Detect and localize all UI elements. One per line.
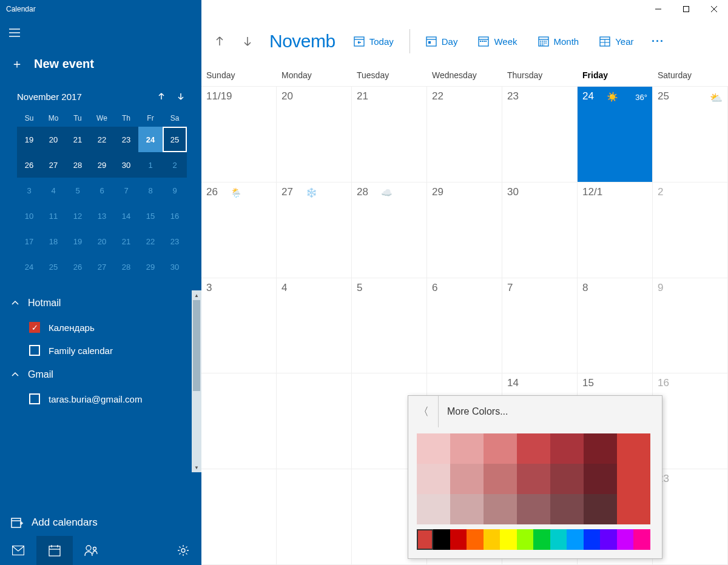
color-swatch[interactable] bbox=[517, 494, 550, 524]
people-nav-button[interactable] bbox=[73, 536, 109, 565]
hue-swatch[interactable] bbox=[433, 529, 450, 550]
calendar-day-cell[interactable]: 8 bbox=[578, 278, 653, 374]
hue-swatch[interactable] bbox=[484, 529, 500, 550]
mini-calendar-day[interactable]: 19 bbox=[17, 127, 41, 152]
calendar-day-cell[interactable]: 29 bbox=[427, 182, 502, 278]
mini-calendar-day[interactable]: 21 bbox=[114, 229, 138, 254]
color-picker-back-button[interactable]: 〈 bbox=[408, 396, 439, 427]
color-swatch[interactable] bbox=[550, 464, 584, 494]
calendar-day-cell[interactable]: 30 bbox=[502, 182, 578, 278]
color-swatch[interactable] bbox=[484, 494, 517, 524]
calendar-checkbox[interactable]: ✓ bbox=[29, 322, 40, 333]
mini-calendar-day[interactable]: 26 bbox=[66, 254, 90, 279]
mini-calendar-day[interactable]: 29 bbox=[90, 152, 114, 178]
settings-button[interactable] bbox=[165, 536, 201, 565]
color-swatch[interactable] bbox=[450, 464, 484, 494]
calendar-checkbox[interactable] bbox=[29, 393, 40, 404]
scroll-thumb[interactable] bbox=[193, 300, 200, 391]
account-group-header[interactable]: Hotmail bbox=[11, 290, 201, 316]
calendar-day-cell[interactable] bbox=[277, 373, 352, 469]
calendar-day-cell[interactable]: 23 bbox=[653, 469, 728, 565]
mini-calendar-prev-button[interactable] bbox=[152, 87, 171, 106]
mini-calendar-day[interactable]: 24 bbox=[138, 127, 163, 152]
mini-calendar-day[interactable]: 27 bbox=[90, 254, 114, 279]
prev-period-button[interactable] bbox=[207, 29, 232, 53]
calendar-day-cell[interactable] bbox=[277, 469, 352, 565]
account-group-header[interactable]: Gmail bbox=[11, 362, 201, 387]
window-minimize-button[interactable] bbox=[644, 0, 672, 18]
hue-swatch[interactable] bbox=[617, 529, 634, 550]
mini-calendar-day[interactable]: 15 bbox=[138, 203, 163, 229]
hue-swatch[interactable] bbox=[633, 529, 650, 550]
color-swatch[interactable] bbox=[517, 464, 550, 494]
calendar-day-cell[interactable]: 20 bbox=[277, 87, 352, 182]
color-swatch[interactable] bbox=[484, 433, 517, 464]
mini-calendar-day[interactable]: 22 bbox=[138, 229, 163, 254]
mini-calendar-day[interactable]: 6 bbox=[90, 178, 114, 203]
calendar-day-cell[interactable] bbox=[201, 469, 277, 565]
hue-swatch[interactable] bbox=[533, 529, 550, 550]
mini-calendar-day[interactable]: 1 bbox=[138, 152, 163, 178]
calendar-item[interactable]: Family calendar bbox=[11, 339, 201, 362]
day-view-button[interactable]: Day bbox=[417, 31, 467, 52]
mini-calendar-day[interactable]: 26 bbox=[17, 152, 41, 178]
today-button[interactable]: Today bbox=[345, 31, 402, 52]
hue-swatch[interactable] bbox=[517, 529, 534, 550]
hue-swatch[interactable] bbox=[467, 529, 484, 550]
hue-swatch[interactable] bbox=[550, 529, 567, 550]
mini-calendar-day[interactable]: 23 bbox=[163, 229, 187, 254]
color-swatch[interactable] bbox=[450, 494, 484, 524]
mini-calendar-day[interactable]: 30 bbox=[114, 152, 138, 178]
add-calendars-button[interactable]: Add calendars bbox=[0, 509, 201, 536]
week-view-button[interactable]: Week bbox=[470, 31, 525, 52]
color-swatch[interactable] bbox=[584, 433, 617, 464]
mini-calendar-day[interactable]: 4 bbox=[41, 178, 66, 203]
window-close-button[interactable] bbox=[700, 0, 728, 18]
mini-calendar-day[interactable]: 16 bbox=[163, 203, 187, 229]
mini-calendar-next-button[interactable] bbox=[171, 87, 190, 106]
month-view-button[interactable]: Month bbox=[530, 31, 588, 52]
mini-calendar-day[interactable]: 25 bbox=[163, 127, 187, 152]
calendar-day-cell[interactable]: 28☁️ bbox=[352, 182, 427, 278]
calendar-checkbox[interactable] bbox=[29, 345, 40, 356]
hue-swatch[interactable] bbox=[500, 529, 517, 550]
scroll-up-icon[interactable]: ▲ bbox=[192, 290, 201, 300]
mini-calendar-day[interactable]: 20 bbox=[41, 127, 66, 152]
calendar-day-cell[interactable]: 11/19 bbox=[201, 87, 277, 182]
mini-calendar-day[interactable]: 28 bbox=[66, 152, 90, 178]
mini-calendar-day[interactable]: 24 bbox=[17, 254, 41, 279]
mini-calendar-day[interactable]: 3 bbox=[17, 178, 41, 203]
calendar-day-cell[interactable]: 9 bbox=[653, 278, 728, 374]
mini-calendar-day[interactable]: 21 bbox=[66, 127, 90, 152]
mini-calendar-day[interactable]: 19 bbox=[66, 229, 90, 254]
calendar-day-cell[interactable]: 2 bbox=[653, 182, 728, 278]
window-maximize-button[interactable] bbox=[672, 0, 700, 18]
calendar-day-cell[interactable]: 26🌦️ bbox=[201, 182, 277, 278]
mini-calendar-day[interactable]: 7 bbox=[114, 178, 138, 203]
new-event-button[interactable]: ＋ New event bbox=[0, 47, 201, 83]
calendar-day-cell[interactable]: 5 bbox=[352, 278, 427, 374]
calendar-day-cell[interactable]: 23 bbox=[502, 87, 578, 182]
mini-calendar-day[interactable]: 23 bbox=[114, 127, 138, 152]
calendar-day-cell[interactable]: 24☀️36° bbox=[578, 87, 653, 182]
calendar-day-cell[interactable]: 7 bbox=[502, 278, 578, 374]
calendar-nav-button[interactable] bbox=[36, 536, 73, 565]
scroll-down-icon[interactable]: ▼ bbox=[192, 463, 201, 472]
color-swatch[interactable] bbox=[584, 464, 617, 494]
mini-calendar-day[interactable]: 18 bbox=[41, 229, 66, 254]
color-swatch[interactable] bbox=[550, 494, 584, 524]
calendar-day-cell[interactable]: 22 bbox=[427, 87, 502, 182]
calendar-day-cell[interactable] bbox=[201, 373, 277, 469]
calendar-day-cell[interactable]: 27❄️ bbox=[277, 182, 352, 278]
hue-swatch[interactable] bbox=[567, 529, 584, 550]
mini-calendar-day[interactable]: 2 bbox=[163, 152, 187, 178]
mini-calendar-day[interactable]: 25 bbox=[41, 254, 66, 279]
calendar-day-cell[interactable]: 25⛅ bbox=[653, 87, 728, 182]
color-swatch[interactable] bbox=[584, 494, 617, 524]
year-view-button[interactable]: Year bbox=[591, 31, 642, 52]
color-swatch[interactable] bbox=[484, 464, 517, 494]
color-swatch[interactable] bbox=[417, 464, 450, 494]
mini-calendar-day[interactable]: 29 bbox=[138, 254, 163, 279]
mini-calendar-day[interactable]: 12 bbox=[66, 203, 90, 229]
hue-swatch[interactable] bbox=[417, 529, 433, 550]
